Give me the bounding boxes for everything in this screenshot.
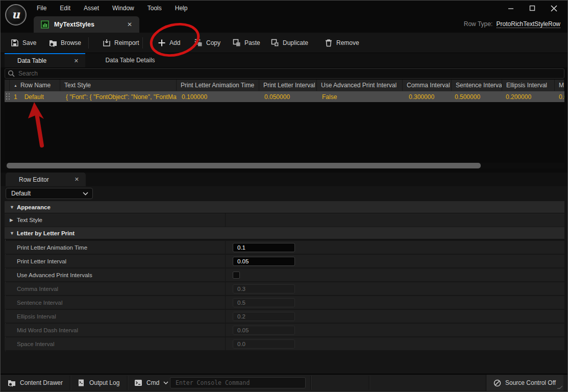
cmd-selector[interactable]: Cmd (134, 375, 168, 391)
row-type: Row Type: ProtoRichTextStyleRow (464, 20, 560, 28)
col-comma-interval[interactable]: Comma Interval (403, 80, 452, 91)
row-drag-handle[interactable] (5, 91, 10, 102)
cmd-terminal-icon (134, 379, 142, 387)
print-letter-animation-time-input[interactable] (233, 243, 295, 252)
cell-ellipsis-interval: 0.200000 (502, 91, 555, 102)
menu-help[interactable]: Help (168, 1, 194, 16)
source-control-off-icon (493, 379, 501, 387)
output-log-button[interactable]: Output Log (77, 375, 119, 391)
asset-tab-close-icon[interactable]: ✕ (127, 21, 132, 28)
search-icon (8, 70, 15, 77)
mid-word-dash-interval-input (233, 326, 295, 335)
table-row-default[interactable]: 1 Default { "Font": { "FontObject": "Non… (5, 91, 564, 102)
header-handle-col (5, 80, 10, 91)
sentence-interval-input (233, 298, 295, 307)
search-input[interactable] (18, 70, 564, 77)
cell-mid-word-dash-interval: 0.05 (555, 91, 564, 102)
console-command-input[interactable] (170, 377, 306, 388)
asset-tab-strip: MyTextStyles ✕ Row Type: ProtoRichTextSt… (1, 16, 567, 33)
tab-close-icon[interactable]: ✕ (75, 176, 79, 183)
content-drawer-button[interactable]: Content Drawer (8, 375, 63, 391)
close-button[interactable] (545, 2, 562, 15)
menu-window[interactable]: Window (106, 1, 141, 16)
col-text-style[interactable]: Text Style (60, 80, 177, 91)
menubar: File Edit Asset Window Tools Help (30, 1, 194, 16)
col-sentence-interval[interactable]: Sentence Interval (452, 80, 502, 91)
menu-edit[interactable]: Edit (53, 1, 77, 16)
table-empty-area (5, 102, 564, 162)
horizontal-scrollbar[interactable] (5, 163, 564, 168)
tab-row-editor[interactable]: Row Editor ✕ (6, 173, 86, 186)
menu-tools[interactable]: Tools (141, 1, 168, 16)
browse-icon (49, 39, 57, 47)
paste-button[interactable]: Paste (233, 33, 260, 53)
print-letter-interval-input[interactable] (233, 257, 295, 266)
menu-asset[interactable]: Asset (77, 1, 106, 16)
reimport-icon (103, 39, 111, 47)
statusbar-separator (127, 376, 128, 390)
titlebar: File Edit Asset Window Tools Help (1, 1, 567, 16)
statusbar-separator (369, 376, 369, 390)
section-appearance[interactable]: ▼ Appearance (5, 201, 564, 213)
ellipsis-interval-input (233, 312, 295, 321)
menu-file[interactable]: File (30, 1, 53, 16)
col-print-letter-animation-time[interactable]: Print Letter Animation Time (177, 80, 259, 91)
col-ellipsis-interval[interactable]: Ellipsis Interval (502, 80, 555, 91)
save-icon (11, 39, 19, 47)
panel-tab-strip: Data Table ✕ Data Table Details (1, 53, 567, 67)
copy-button[interactable]: Copy (194, 33, 220, 53)
row-type-label: Row Type: (464, 20, 492, 28)
paste-icon (233, 39, 241, 47)
property-space-interval: Space Interval (5, 337, 564, 351)
unreal-editor-window: File Edit Asset Window Tools Help u (0, 0, 568, 392)
col-use-advanced-print-interval[interactable]: Use Advanced Print Interval (317, 80, 403, 91)
output-log-icon (77, 379, 85, 387)
save-button[interactable]: Save (11, 33, 36, 53)
asset-tab-mytextstyles[interactable]: MyTextStyles ✕ (34, 16, 139, 33)
status-bar: Content Drawer Output Log Cmd (1, 374, 567, 391)
cell-sentence-interval: 0.500000 (452, 91, 502, 102)
cell-text-style: { "Font": { "FontObject": "None", "FontM… (60, 91, 177, 102)
row-name-value: Default (24, 93, 44, 101)
col-mid-word-dash-interval[interactable]: Mid Word Dash Interval (555, 80, 564, 91)
copy-icon (194, 39, 203, 47)
tab-close-icon[interactable]: ✕ (74, 58, 79, 64)
asset-toolbar: Save Browse Reimport Add (1, 33, 567, 53)
resize-grip[interactable] (557, 386, 562, 389)
cell-comma-interval: 0.300000 (403, 91, 452, 102)
reimport-button[interactable]: Reimport (103, 33, 139, 53)
expanded-arrow-icon[interactable]: ▼ (10, 231, 17, 236)
use-advanced-print-intervals-checkbox[interactable] (233, 272, 240, 279)
tab-data-table-details[interactable]: Data Table Details (85, 53, 175, 67)
source-control-button[interactable]: Source Control Off (486, 375, 563, 391)
toolbar-separator (88, 37, 89, 48)
property-comma-interval: Comma Interval (5, 282, 564, 296)
col-print-letter-interval[interactable]: Print Letter Interval (259, 80, 317, 91)
remove-trash-icon (325, 39, 333, 47)
property-mid-word-dash-interval: Mid Word Dash Interval (5, 324, 564, 337)
space-interval-input (233, 339, 295, 349)
minimize-button[interactable] (502, 2, 520, 15)
browse-button[interactable]: Browse (49, 33, 81, 53)
maximize-button[interactable] (524, 2, 541, 15)
section-letter-by-letter-print[interactable]: ▼ Letter by Letter Print (5, 227, 564, 239)
toolbar-separator (142, 37, 143, 48)
cell-print-letter-animation-time: 0.100000 (177, 91, 259, 102)
property-print-letter-animation-time: Print Letter Animation Time (5, 241, 564, 254)
collapsed-arrow-icon[interactable]: ▶ (10, 213, 13, 227)
property-sentence-interval: Sentence Interval (5, 296, 564, 309)
remove-button[interactable]: Remove (325, 33, 359, 53)
drag-handle-icon (6, 93, 10, 100)
row-type-link[interactable]: ProtoRichTextStyleRow (497, 20, 560, 28)
tab-data-table[interactable]: Data Table ✕ (5, 53, 85, 67)
property-text-style[interactable]: ▶ Text Style (5, 213, 564, 227)
row-select-dropdown[interactable]: Default (6, 188, 93, 199)
statusbar-separator (70, 376, 70, 390)
col-row-name[interactable]: ▲ Row Name (10, 80, 60, 91)
duplicate-button[interactable]: Duplicate (271, 33, 308, 53)
scrollbar-thumb[interactable] (7, 163, 481, 168)
expanded-arrow-icon[interactable]: ▼ (10, 205, 17, 210)
asset-tab-title: MyTextStyles (54, 21, 94, 28)
cell-row-name: 1 Default (10, 91, 60, 102)
add-button[interactable]: Add (158, 33, 180, 53)
